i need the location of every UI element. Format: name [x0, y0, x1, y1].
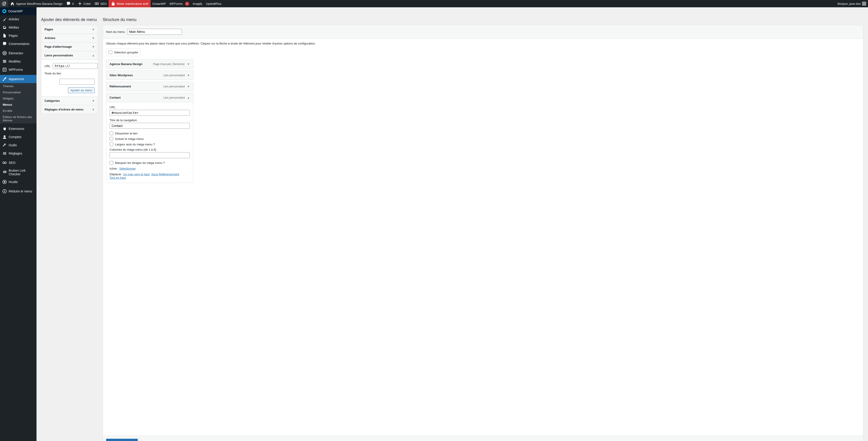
sub-customize[interactable]: Personnaliser — [0, 89, 36, 95]
svg-rect-5 — [5, 53, 5, 53]
sidebar-blc[interactable]: Broken Link Checker — [0, 167, 36, 178]
acc-icon-settings[interactable]: Réglages d'icônes de menu▼ — [41, 105, 98, 114]
sub-menus[interactable]: Menus — [0, 101, 36, 108]
lock-icon — [111, 1, 116, 6]
menu-header: Nom du menu — [103, 25, 863, 38]
sidebar-tools[interactable]: Outils — [0, 141, 36, 149]
pin-icon — [2, 17, 7, 22]
plugin-icon — [2, 126, 7, 131]
sidebar-media[interactable]: Médias — [0, 23, 36, 31]
svg-point-1 — [97, 3, 99, 5]
sub-header[interactable]: En-tête — [0, 108, 36, 114]
link-icon — [2, 170, 7, 175]
sidebar-settings[interactable]: Réglages — [0, 149, 36, 157]
mega-auto-checkbox[interactable] — [110, 142, 113, 146]
svg-rect-10 — [4, 70, 5, 70]
drag-hint: Glissez chaque élément pour les placer d… — [106, 42, 860, 45]
svg-point-0 — [95, 3, 97, 5]
oceanwp-link[interactable]: OceanWP — [151, 0, 168, 7]
menu-footer: Enregistrer le menu Supprimer le menu — [103, 436, 863, 441]
imagify-link[interactable]: Imagify — [191, 0, 204, 7]
updraft-link[interactable]: UpdraftPlus — [204, 0, 223, 7]
sidebar-comments[interactable]: Commentaires — [0, 40, 36, 48]
chevron-down-icon: ▼ — [92, 99, 95, 102]
acc-categories[interactable]: Catégories▼ — [41, 96, 98, 105]
wrench-icon — [2, 143, 7, 147]
sidebar-collapse[interactable]: Réduire le menu — [0, 187, 36, 196]
add-items-heading: Ajouter des éléments de menu — [41, 17, 98, 22]
hustle-icon — [2, 180, 7, 184]
sidebar-hustle[interactable]: Hustle — [0, 178, 36, 186]
icon-select-link[interactable]: Sélectionner — [119, 167, 136, 170]
save-menu-button[interactable]: Enregistrer le menu — [106, 439, 138, 441]
chevron-down-icon: ▼ — [92, 108, 95, 111]
wpforms-link[interactable]: WPForms1 — [168, 0, 191, 7]
menu-item-contact-header[interactable]: ContactLien personnalisé▲ — [106, 93, 193, 102]
sidebar-articles[interactable]: Articles — [0, 15, 36, 23]
svg-point-13 — [3, 153, 4, 154]
create-link[interactable]: Créer — [76, 0, 93, 7]
mega-menu-checkbox[interactable] — [110, 137, 113, 141]
sidebar-seo[interactable]: SEO — [0, 159, 36, 167]
sub-themes[interactable]: Thèmes — [0, 83, 36, 89]
sidebar-templates[interactable]: Modèles — [0, 57, 36, 65]
acc-articles[interactable]: Articles▼ — [41, 34, 98, 42]
seo-icon — [94, 1, 99, 6]
contact-url-input[interactable] — [110, 110, 190, 116]
contact-url-label: URL — [110, 106, 190, 109]
menu-item-agence[interactable]: Agence Banana DesignPage d'accueil, Elem… — [106, 59, 193, 69]
bulk-select[interactable]: Sélection groupée — [106, 49, 141, 56]
page-icon — [2, 33, 7, 38]
sidebar-users[interactable]: Comptes — [0, 133, 36, 141]
comments-link[interactable]: 0 — [64, 0, 75, 7]
sidebar-elementor[interactable]: Elementor — [0, 49, 36, 57]
user-icon — [2, 135, 7, 139]
acc-landing[interactable]: Page d'atterrissage▼ — [41, 42, 98, 51]
sidebar-wpforms[interactable]: WPForms — [0, 65, 36, 74]
wpforms-text: WPForms — [169, 2, 183, 5]
form-icon — [2, 67, 7, 72]
site-name-link[interactable]: Agence WordPress Banana Design — [8, 0, 64, 7]
sidebar-appearance[interactable]: Apparence — [0, 75, 36, 83]
move-up-link[interactable]: Un cran vers le haut — [123, 173, 150, 176]
user-greeting[interactable]: Bonjour, jane.doe — [836, 0, 868, 7]
menu-name-input[interactable] — [127, 29, 182, 35]
chevron-down-icon: ▼ — [187, 63, 190, 66]
seo-link[interactable]: SEO — [93, 0, 108, 7]
svg-point-12 — [5, 152, 6, 153]
acc-pages[interactable]: Pages▼ — [41, 25, 98, 34]
sub-widgets[interactable]: Widgets — [0, 95, 36, 101]
sidebar-oceanwp[interactable]: OceanWP — [0, 7, 36, 15]
oceanwp-icon — [2, 9, 6, 13]
wordpress-icon — [2, 1, 6, 6]
wp-logo[interactable] — [0, 0, 8, 7]
hide-titles-checkbox[interactable] — [110, 161, 113, 165]
bulk-checkbox[interactable] — [108, 51, 112, 54]
menu-item-sites[interactable]: Sites WordpressLien personnalisé▼ — [106, 70, 193, 80]
custom-url-input[interactable] — [53, 63, 98, 69]
menu-item-ref[interactable]: RéférencementLien personnalisé▼ — [106, 82, 193, 91]
elementor-icon — [2, 51, 7, 56]
contact-nav-input[interactable] — [110, 123, 190, 129]
chevron-down-icon: ▼ — [187, 74, 190, 77]
sidebar-plugins[interactable]: Extensions — [0, 125, 36, 133]
mega-cols-input[interactable] — [110, 152, 190, 158]
move-under-link[interactable]: Sous Référencement — [151, 173, 179, 176]
settings-icon — [2, 151, 7, 156]
disable-link-checkbox[interactable] — [110, 131, 113, 135]
media-icon — [2, 25, 7, 30]
chevron-down-icon: ▼ — [92, 28, 95, 31]
maintenance-text: Mode maintenance actif — [117, 2, 148, 5]
sub-file-editor[interactable]: Éditeur de fichiers des thèmes — [0, 114, 36, 123]
comments-count: 0 — [72, 2, 74, 5]
chevron-up-icon: ▲ — [187, 96, 190, 99]
move-top-link[interactable]: Tout en haut — [110, 176, 126, 179]
add-to-menu-button[interactable]: Ajouter au menu — [68, 87, 95, 93]
maintenance-mode[interactable]: Mode maintenance actif — [108, 0, 151, 7]
sidebar-pages[interactable]: Pages — [0, 31, 36, 40]
menu-body: Glissez chaque élément pour les placer d… — [103, 38, 863, 436]
acc-custom-links[interactable]: Liens personnalisés▲ — [41, 51, 98, 60]
custom-text-input[interactable] — [59, 79, 95, 85]
appearance-submenu: Thèmes Personnaliser Widgets Menus En-tê… — [0, 83, 36, 123]
home-icon — [10, 1, 14, 6]
